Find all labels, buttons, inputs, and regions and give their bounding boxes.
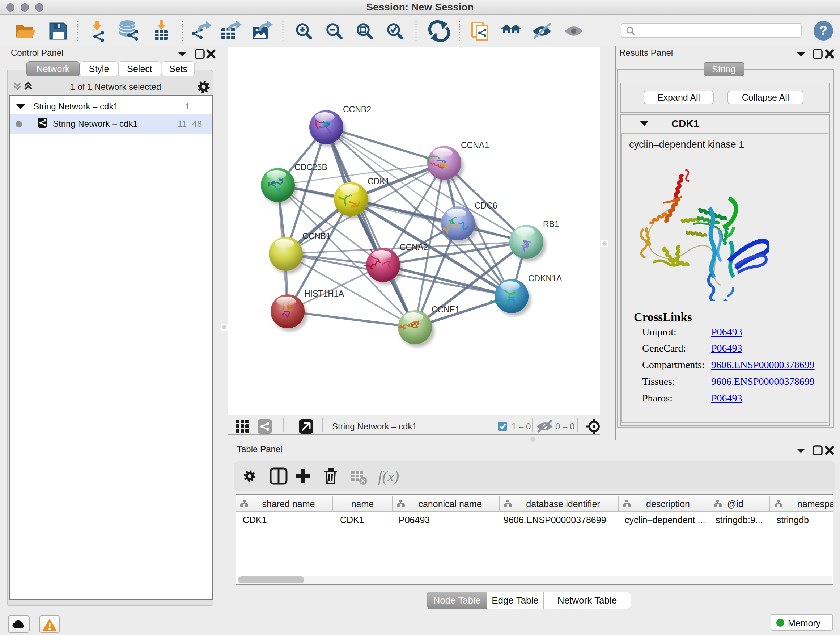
svg-text:canonical name: canonical name	[418, 499, 482, 509]
svg-text:CCNA1: CCNA1	[461, 141, 489, 150]
svg-text:1 – 0: 1 – 0	[512, 421, 531, 431]
svg-text:CDC6: CDC6	[475, 201, 497, 211]
svg-text:CCNA2: CCNA2	[400, 242, 428, 252]
svg-text:description: description	[646, 499, 690, 509]
svg-text:f(x): f(x)	[378, 468, 399, 485]
svg-text:String Network – cdk1: String Network – cdk1	[332, 421, 417, 431]
svg-text:0 – 0: 0 – 0	[555, 421, 575, 431]
svg-text:HIST1H1A: HIST1H1A	[304, 289, 344, 298]
svg-text:CCNE1: CCNE1	[431, 305, 460, 314]
svg-text:namespac: namespac	[797, 499, 834, 509]
svg-text:CCNB1: CCNB1	[302, 231, 331, 241]
svg-text:database identifier: database identifier	[526, 499, 600, 509]
svg-text:CDK1: CDK1	[368, 177, 390, 186]
svg-text:CDKN1A: CDKN1A	[528, 274, 562, 283]
svg-text:@id: @id	[727, 499, 744, 509]
svg-text:CDC25B: CDC25B	[294, 163, 327, 172]
svg-text:name: name	[351, 499, 374, 509]
svg-text:CCNB2: CCNB2	[343, 105, 371, 114]
svg-text:shared name: shared name	[262, 499, 315, 509]
svg-text:RB1: RB1	[543, 219, 559, 229]
